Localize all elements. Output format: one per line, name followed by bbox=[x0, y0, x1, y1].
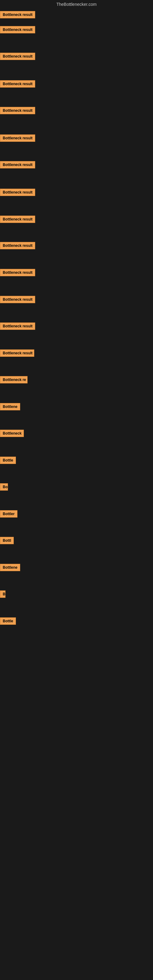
bottleneck-result-label: Bottle bbox=[0, 457, 16, 464]
bottleneck-result-row: B bbox=[0, 590, 5, 599]
bottleneck-result-label: Bottle bbox=[0, 617, 16, 625]
bottleneck-result-label: Bottleneck result bbox=[0, 189, 35, 196]
bottleneck-result-row: Bottle bbox=[0, 457, 16, 465]
bottleneck-result-row: Bottleneck result bbox=[0, 11, 35, 20]
bottleneck-result-row: Bottlene bbox=[0, 564, 20, 573]
bottleneck-result-row: Bottleneck re bbox=[0, 376, 27, 385]
bottleneck-result-label: Bottleneck result bbox=[0, 242, 35, 249]
bottleneck-result-label: Bottl bbox=[0, 537, 14, 544]
bottleneck-result-label: Bottleneck result bbox=[0, 269, 35, 276]
bottleneck-result-row: Bottleneck result bbox=[0, 242, 35, 250]
bottleneck-result-label: Bottleneck result bbox=[0, 296, 35, 303]
bottleneck-result-label: Bottler bbox=[0, 510, 18, 517]
bottleneck-result-row: Bottleneck result bbox=[0, 296, 35, 304]
bottleneck-result-label: Bottleneck result bbox=[0, 107, 35, 114]
bottleneck-result-label: Bottleneck bbox=[0, 430, 24, 437]
bottleneck-result-row: Bottleneck result bbox=[0, 107, 35, 115]
bottleneck-result-label: Bottleneck result bbox=[0, 52, 35, 60]
bottleneck-result-label: Bottleneck result bbox=[0, 26, 35, 33]
bottleneck-result-row: Bottle bbox=[0, 617, 16, 626]
bottleneck-result-row: Bottleneck result bbox=[0, 323, 35, 331]
bottleneck-result-label: Bottlene bbox=[0, 564, 20, 571]
bottleneck-result-row: Bottlene bbox=[0, 403, 20, 412]
bottleneck-result-row: Bottl bbox=[0, 537, 14, 546]
bottleneck-result-row: Bottleneck result bbox=[0, 134, 35, 143]
bottleneck-result-row: Bo bbox=[0, 483, 8, 492]
bottleneck-result-label: Bo bbox=[0, 483, 8, 491]
bottleneck-result-label: Bottleneck result bbox=[0, 216, 35, 223]
bottleneck-result-row: Bottleneck result bbox=[0, 26, 35, 35]
bottleneck-result-label: B bbox=[0, 590, 5, 598]
bottleneck-result-row: Bottleneck result bbox=[0, 80, 35, 89]
bottleneck-result-label: Bottleneck result bbox=[0, 11, 35, 18]
bottleneck-result-row: Bottleneck result bbox=[0, 161, 35, 170]
bottleneck-result-row: Bottler bbox=[0, 510, 18, 519]
bottleneck-result-row: Bottleneck bbox=[0, 430, 24, 438]
bottleneck-result-row: Bottleneck result bbox=[0, 269, 35, 277]
bottleneck-result-label: Bottleneck re bbox=[0, 376, 27, 383]
site-title: TheBottlenecker.com bbox=[0, 0, 153, 9]
bottleneck-result-label: Bottleneck result bbox=[0, 161, 35, 169]
bottleneck-result-row: Bottleneck result bbox=[0, 52, 35, 61]
bottleneck-result-row: Bottleneck result bbox=[0, 350, 34, 358]
bottleneck-result-row: Bottleneck result bbox=[0, 189, 35, 197]
bottleneck-result-label: Bottleneck result bbox=[0, 134, 35, 142]
bottleneck-result-label: Bottleneck result bbox=[0, 350, 34, 357]
bottleneck-result-label: Bottleneck result bbox=[0, 80, 35, 88]
bottleneck-result-row: Bottleneck result bbox=[0, 216, 35, 224]
bottleneck-result-label: Bottlene bbox=[0, 403, 20, 410]
bottleneck-result-label: Bottleneck result bbox=[0, 323, 35, 330]
